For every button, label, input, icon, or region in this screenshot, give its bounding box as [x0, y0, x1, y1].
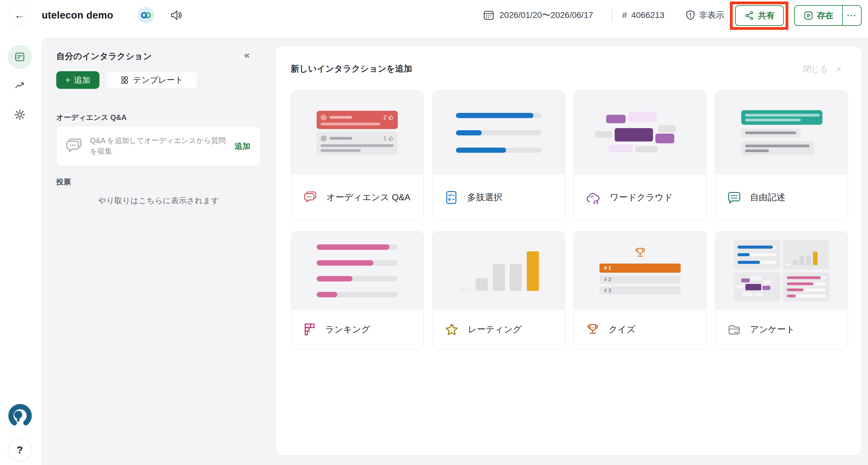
announcement-button[interactable] — [170, 9, 183, 21]
card-quiz[interactable]: # 1 # 2 # 3 — [574, 231, 707, 350]
calendar-icon — [483, 9, 495, 21]
rail-item-analytics[interactable] — [8, 73, 32, 97]
grid-icon — [120, 76, 129, 84]
event-dates[interactable]: 2026/01/20〜2026/06/17 — [483, 0, 593, 30]
webex-badge[interactable] — [138, 7, 154, 23]
quiz-trophy-icon — [586, 323, 599, 336]
card-survey-thumbnail — [715, 232, 848, 310]
survey-folder-icon — [727, 323, 741, 336]
card-label: アンケート — [750, 324, 795, 336]
close-label: 閉じる — [803, 64, 828, 75]
card-word-cloud[interactable]: ワードクラウド — [574, 90, 707, 221]
plus-icon: + — [65, 76, 70, 85]
event-code-text: 4066213 — [631, 10, 664, 20]
card-open-text[interactable]: 自由記述 — [715, 90, 848, 221]
card-label-row: 多肢選択 — [432, 175, 565, 220]
card-ranking[interactable]: ランキング — [291, 231, 424, 350]
card-word-cloud-thumbnail — [574, 91, 706, 175]
help-button[interactable]: ? — [8, 438, 31, 461]
multiple-choice-icon — [445, 191, 458, 204]
qa-add-link[interactable]: 追加 — [235, 141, 250, 151]
left-rail: ? — [0, 37, 41, 465]
slido-logo[interactable] — [7, 402, 33, 429]
date-range-text: 2026/01/20〜2026/06/17 — [499, 9, 593, 21]
quiz-rank-3: # 3 — [604, 288, 611, 294]
quiz-rank-1: # 1 — [604, 265, 611, 271]
megaphone-icon — [170, 9, 183, 21]
survey-mini-rating — [783, 240, 829, 269]
collapse-panel-button[interactable]: « — [244, 49, 250, 61]
card-audience-qa[interactable]: 2 — [291, 90, 424, 221]
card-label: オーディエンス Q&A — [326, 192, 410, 203]
card-audience-qa-thumbnail: 2 — [291, 91, 423, 175]
card-label: ランキング — [325, 324, 370, 336]
qa-thumb-votes-second: 1 — [383, 135, 386, 142]
header-bar: ← utelecon demo — [0, 0, 868, 37]
header-divider — [612, 8, 613, 22]
card-quiz-thumbnail: # 1 # 2 # 3 — [574, 232, 706, 310]
card-rating-thumbnail — [432, 232, 565, 310]
word-cloud-icon — [586, 191, 601, 204]
card-label-row: オーディエンス Q&A — [291, 175, 423, 220]
close-dialog-button[interactable]: 閉じる × — [803, 64, 841, 75]
card-label-row: クイズ — [574, 310, 706, 349]
interaction-type-grid: 2 — [291, 90, 848, 350]
qa-prompt-text: Q&A を追加してオーディエンスから質問を収集 — [90, 136, 227, 157]
card-ranking-thumbnail — [291, 232, 423, 310]
card-multiple-choice-thumbnail — [432, 91, 565, 175]
card-label-row: ランキング — [291, 310, 423, 349]
visibility-status[interactable]: 非表示 — [685, 0, 724, 30]
card-open-text-thumbnail — [715, 91, 848, 175]
thumbs-up-icon — [389, 115, 394, 120]
rail-item-settings[interactable] — [8, 103, 32, 127]
card-survey[interactable]: アンケート — [715, 231, 848, 350]
card-label-row: ワードクラウド — [574, 175, 706, 220]
present-label: 存在 — [817, 10, 834, 21]
trending-icon — [14, 79, 26, 91]
thumbs-up-icon — [389, 136, 394, 141]
shield-alert-icon — [685, 9, 696, 21]
settings-gear-icon — [13, 108, 26, 121]
interactions-icon — [14, 51, 26, 63]
polls-empty-text: やり取りはこちらに表示されます — [56, 195, 261, 206]
qa-section-label: オーディエンス Q&A — [56, 113, 126, 122]
card-rating[interactable]: レーティング — [432, 231, 565, 350]
double-chevron-left-icon: « — [244, 49, 250, 60]
card-multiple-choice[interactable]: 多肢選択 — [432, 90, 565, 221]
share-button[interactable]: 共有 — [735, 5, 784, 26]
rating-star-icon — [445, 323, 459, 336]
survey-mini-poll — [734, 240, 780, 269]
survey-mini-wordcloud — [734, 272, 780, 301]
back-button[interactable]: ← — [8, 4, 30, 26]
card-label: クイズ — [609, 324, 636, 336]
more-options-button[interactable]: ··· — [842, 6, 861, 25]
polls-section-label: 投票 — [56, 177, 71, 187]
play-icon — [804, 11, 813, 20]
survey-mini-ranking — [783, 272, 829, 301]
present-button-group: 存在 ··· — [794, 5, 862, 26]
dialog-title: 新しいインタラクションを追加 — [291, 63, 412, 75]
slido-event-page: ← utelecon demo — [0, 0, 868, 465]
hash-icon: # — [622, 10, 627, 20]
chat-bubbles-icon — [65, 138, 83, 154]
card-label: ワードクラウド — [610, 192, 673, 203]
add-interaction-dialog: 新しいインタラクションを追加 閉じる × 2 — [275, 46, 862, 456]
event-code[interactable]: # 4066213 — [622, 0, 664, 30]
card-label: レーティング — [468, 324, 522, 336]
share-label: 共有 — [758, 10, 775, 21]
webex-logo — [141, 11, 151, 19]
present-button[interactable]: 存在 — [795, 6, 842, 25]
open-text-icon — [727, 191, 741, 204]
back-arrow-icon: ← — [14, 9, 25, 21]
card-label: 多肢選択 — [467, 192, 502, 203]
visibility-label: 非表示 — [699, 9, 724, 21]
rail-item-interactions[interactable] — [8, 45, 32, 69]
close-icon: × — [836, 64, 841, 74]
add-interaction-button[interactable]: + 追加 — [56, 71, 99, 89]
event-title: utelecon demo — [42, 0, 113, 30]
add-label: 追加 — [74, 75, 90, 86]
card-label-row: 自由記述 — [715, 175, 848, 220]
templates-label: テンプレート — [133, 75, 183, 86]
card-label-row: アンケート — [715, 310, 848, 349]
templates-button[interactable]: テンプレート — [105, 71, 198, 89]
